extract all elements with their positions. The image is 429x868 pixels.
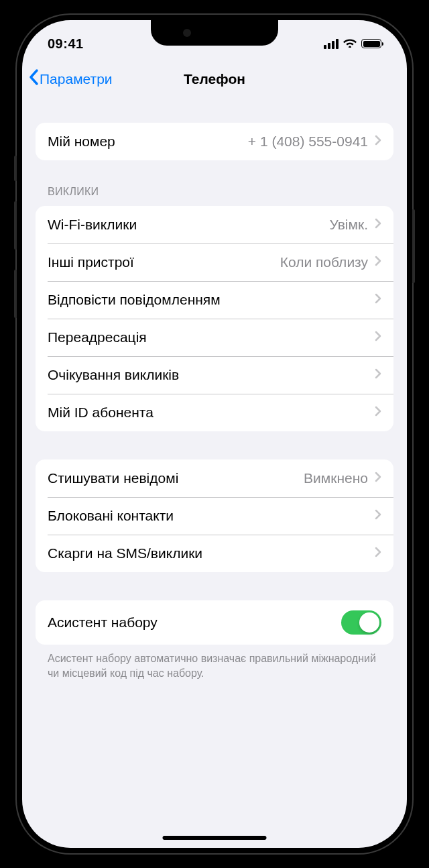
chevron-right-icon <box>375 406 381 419</box>
settings-content[interactable]: Мій номер + 1 (408) 555-0941 ВИКЛИКИ Wi-… <box>22 97 407 848</box>
call-forwarding-row[interactable]: Переадресація <box>36 319 393 356</box>
chevron-right-icon <box>375 472 381 485</box>
phone-frame: 09:41 Параметри Телефон Мій номер <box>17 15 412 853</box>
status-time: 09:41 <box>48 36 84 52</box>
row-label: Очікування викликів <box>48 367 375 383</box>
row-value: Вимкнено <box>304 470 368 486</box>
row-label: Скарги на SMS/виклики <box>48 545 375 561</box>
my-number-section: Мій номер + 1 (408) 555-0941 <box>36 123 393 160</box>
my-number-row[interactable]: Мій номер + 1 (408) 555-0941 <box>36 123 393 160</box>
row-label: Блоковані контакти <box>48 508 375 524</box>
blocked-contacts-row[interactable]: Блоковані контакти <box>36 497 393 535</box>
call-waiting-row[interactable]: Очікування викликів <box>36 356 393 394</box>
chevron-right-icon <box>375 368 381 382</box>
chevron-right-icon <box>375 509 381 523</box>
chevron-right-icon <box>375 256 381 269</box>
respond-with-text-row[interactable]: Відповісти повідомленням <box>36 281 393 319</box>
calls-header: ВИКЛИКИ <box>36 186 393 203</box>
chevron-right-icon <box>375 547 381 560</box>
dial-assist-footer: Асистент набору автоматично визначає пра… <box>36 645 393 680</box>
cellular-signal-icon <box>324 39 339 49</box>
caller-id-row[interactable]: Мій ID абонента <box>36 394 393 431</box>
dial-assist-row: Асистент набору <box>36 600 393 645</box>
other-devices-row[interactable]: Інші пристрої Коли поблизу <box>36 243 393 281</box>
row-label: Асистент набору <box>48 614 341 631</box>
chevron-right-icon <box>375 331 381 344</box>
status-icons <box>324 37 381 50</box>
calls-section: Wi-Fi-виклики Увімк. Інші пристрої Коли … <box>36 206 393 431</box>
back-button[interactable]: Параметри <box>27 68 113 89</box>
back-label: Параметри <box>40 71 113 87</box>
chevron-right-icon <box>375 293 381 307</box>
row-label: Переадресація <box>48 329 375 345</box>
row-label: Відповісти повідомленням <box>48 292 375 308</box>
row-label: Мій номер <box>48 133 248 150</box>
page-title: Телефон <box>184 71 245 87</box>
navigation-bar: Параметри Телефон <box>22 60 407 97</box>
row-label: Стишувати невідомі <box>48 470 304 486</box>
row-label: Wi-Fi-виклики <box>48 217 330 233</box>
silence-section: Стишувати невідомі Вимкнено Блоковані ко… <box>36 459 393 572</box>
row-label: Інші пристрої <box>48 254 280 270</box>
row-label: Мій ID абонента <box>48 404 375 421</box>
wifi-icon <box>343 37 357 50</box>
notch <box>151 20 278 46</box>
battery-icon <box>361 39 381 48</box>
chevron-left-icon <box>27 68 40 89</box>
silence-unknown-row[interactable]: Стишувати невідомі Вимкнено <box>36 459 393 497</box>
row-value: Коли поблизу <box>280 254 368 270</box>
wifi-calling-row[interactable]: Wi-Fi-виклики Увімк. <box>36 206 393 243</box>
chevron-right-icon <box>375 135 381 148</box>
home-indicator[interactable] <box>163 836 267 840</box>
row-value: Увімк. <box>330 217 368 233</box>
dial-assist-toggle[interactable] <box>341 610 381 635</box>
row-value: + 1 (408) 555-0941 <box>248 133 368 150</box>
chevron-right-icon <box>375 218 381 231</box>
dial-assist-section: Асистент набору <box>36 600 393 645</box>
sms-call-reporting-row[interactable]: Скарги на SMS/виклики <box>36 535 393 572</box>
